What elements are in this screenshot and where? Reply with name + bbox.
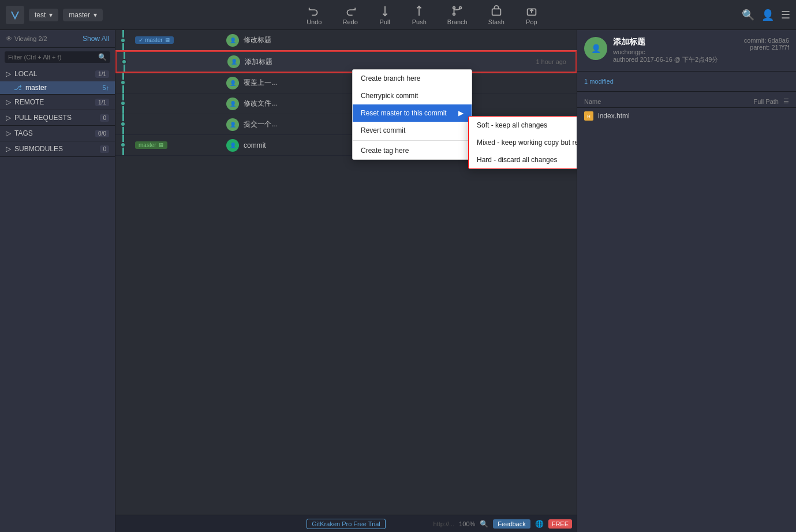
- commit-avatar: 👤: [226, 77, 239, 89]
- pr-label: PULL REQUESTS: [14, 114, 72, 122]
- redo-button[interactable]: Redo: [338, 2, 362, 28]
- check-icon: ✓: [139, 37, 143, 43]
- master-branch-count: 5↑: [102, 84, 109, 91]
- collapse-icon: ▷: [6, 70, 11, 78]
- master-branch-label: master: [25, 84, 47, 92]
- push-label: Push: [412, 18, 427, 25]
- context-menu: Create branch here Cherrypick commit Res…: [352, 69, 472, 160]
- menu-icon[interactable]: ☰: [781, 9, 790, 21]
- stash-label: Stash: [488, 18, 504, 25]
- remote-section-header[interactable]: ▷ REMOTE 1/1: [0, 95, 115, 110]
- zoom-level: 100%: [459, 520, 475, 527]
- repo-name-label: test: [35, 11, 46, 19]
- reset-master-item[interactable]: Reset master to this commit ▶: [353, 104, 472, 122]
- reset-master-label: Reset master to this commit: [361, 109, 447, 117]
- pop-button[interactable]: Pop: [521, 2, 543, 28]
- commit-avatar: 👤: [226, 98, 239, 110]
- mixed-reset-item[interactable]: Mixed - keep working copy but reset inde…: [469, 134, 577, 151]
- free-badge: FREE: [548, 519, 572, 529]
- file-list: Name Full Path ☰ H index.html: [577, 92, 796, 532]
- viewing-info: 👁 Viewing 2/2: [6, 35, 47, 42]
- app-logo: [6, 6, 24, 24]
- file-row[interactable]: H index.html: [577, 108, 796, 124]
- local-label: LOCAL: [14, 70, 37, 78]
- commit-avatar: 👤: [226, 118, 239, 131]
- viewing-label: Viewing 2/2: [14, 35, 47, 42]
- tags-label: TAGS: [14, 129, 33, 137]
- create-tag-here-item[interactable]: Create tag here: [353, 142, 472, 159]
- pull-label: Pull: [380, 18, 390, 25]
- commit-row[interactable]: 👤 添加标题 1 hour ago: [115, 51, 577, 73]
- repo-selector[interactable]: test ▾: [29, 9, 58, 21]
- commit-id: commit: 6da8a6: [744, 37, 789, 44]
- show-all-link[interactable]: Show All: [83, 35, 109, 43]
- sidebar-item-master[interactable]: ⎇ master 5↑: [0, 81, 115, 94]
- sidebar-search-input[interactable]: [8, 54, 98, 61]
- search-icon[interactable]: 🔍: [742, 9, 754, 21]
- hard-reset-item[interactable]: Hard - discard all changes: [469, 151, 577, 168]
- file-type-icon: H: [584, 111, 593, 121]
- svg-point-3: [453, 6, 455, 9]
- create-branch-here-item[interactable]: Create branch here: [353, 70, 472, 87]
- path-column-header: Full Path: [754, 98, 779, 105]
- svg-point-5: [453, 13, 455, 15]
- parent-id: parent: 217f7f: [750, 44, 789, 51]
- submodules-header[interactable]: ▷ SUBMODULES 0: [0, 141, 115, 156]
- soft-reset-item[interactable]: Soft - keep all changes: [469, 117, 577, 134]
- context-separator: [353, 140, 472, 141]
- main-layout: 👁 Viewing 2/2 Show All 🔍 ▷ LOCAL 1/1 ⎇ m…: [0, 30, 796, 532]
- detail-header: 👤 添加标题 wuchongpc authored 2017-06-16 @ 下…: [577, 30, 796, 72]
- commit-avatar: 👤: [226, 34, 239, 47]
- local-section-header[interactable]: ▷ LOCAL 1/1: [0, 66, 115, 81]
- revert-commit-item[interactable]: Revert commit: [353, 122, 472, 139]
- sidebar-header: 👁 Viewing 2/2 Show All: [0, 30, 115, 48]
- commit-detail-body: 1 modified: [577, 72, 796, 92]
- trial-badge[interactable]: GitKraken Pro Free Trial: [307, 519, 386, 529]
- remote-tag-label: master: [139, 142, 156, 148]
- eye-icon: 👁: [6, 35, 12, 42]
- cherrypick-commit-item[interactable]: Cherrypick commit: [353, 87, 472, 104]
- toolbar: test ▾ master ▾ Undo Redo: [0, 0, 796, 30]
- commit-avatar: 👤: [227, 55, 240, 68]
- remote-branch-tag: master 🖥: [135, 141, 167, 149]
- tags-count-badge: 0/0: [95, 130, 109, 137]
- commit-row[interactable]: 👤 覆盖上一...: [115, 73, 577, 93]
- push-button[interactable]: Push: [408, 2, 431, 28]
- zoom-icon: 🔍: [480, 520, 488, 528]
- tags-header[interactable]: ▷ TAGS 0/0: [0, 126, 115, 141]
- user-icon[interactable]: 👤: [761, 9, 774, 21]
- submodules-count-badge: 0: [100, 145, 109, 153]
- remote-collapse-icon: ▷: [6, 98, 11, 106]
- context-menu-overlay: Create branch here Cherrypick commit Res…: [352, 69, 472, 160]
- commit-detail-meta: 添加标题 wuchongpc authored 2017-06-16 @ 下午2…: [613, 37, 738, 64]
- branch-icon: ⎇: [14, 84, 22, 92]
- pull-button[interactable]: Pull: [374, 2, 396, 28]
- undo-button[interactable]: Undo: [302, 2, 326, 28]
- tags-collapse-icon: ▷: [6, 129, 11, 137]
- monitor-icon: 🖥: [165, 37, 170, 43]
- commit-graph: master 🖥: [120, 141, 224, 149]
- name-column-header: Name: [584, 98, 601, 105]
- branch-label-text: Branch: [447, 18, 468, 25]
- branch-name-label: master: [69, 11, 90, 19]
- local-section: ▷ LOCAL 1/1 ⎇ master 5↑: [0, 66, 115, 95]
- pr-collapse-icon: ▷: [6, 114, 11, 122]
- tags-section: ▷ TAGS 0/0: [0, 126, 115, 141]
- list-view-icon[interactable]: ☰: [783, 98, 789, 105]
- sidebar: 👁 Viewing 2/2 Show All 🔍 ▷ LOCAL 1/1 ⎇ m…: [0, 30, 115, 532]
- remote-count-badge: 1/1: [95, 99, 109, 106]
- commit-list: ✓ master 🖥 👤 修改标题 👤 添加: [115, 30, 577, 515]
- bottom-url: http://...: [433, 520, 455, 527]
- submodules-section: ▷ SUBMODULES 0: [0, 141, 115, 157]
- branch-selector[interactable]: master ▾: [63, 9, 103, 21]
- stash-button[interactable]: Stash: [484, 2, 509, 28]
- author-avatar: 👤: [584, 37, 607, 60]
- pop-label: Pop: [526, 18, 537, 25]
- pull-requests-header[interactable]: ▷ PULL REQUESTS 0: [0, 110, 115, 125]
- commit-row[interactable]: ✓ master 🖥 👤 修改标题: [115, 30, 577, 51]
- commit-date: authored 2017-06-16 @ 下午2点49分: [613, 55, 738, 64]
- feedback-button[interactable]: Feedback: [493, 519, 530, 529]
- commit-row[interactable]: 👤 修改文件...: [115, 93, 577, 114]
- commit-title: 添加标题: [613, 37, 738, 47]
- branch-button[interactable]: Branch: [443, 2, 472, 28]
